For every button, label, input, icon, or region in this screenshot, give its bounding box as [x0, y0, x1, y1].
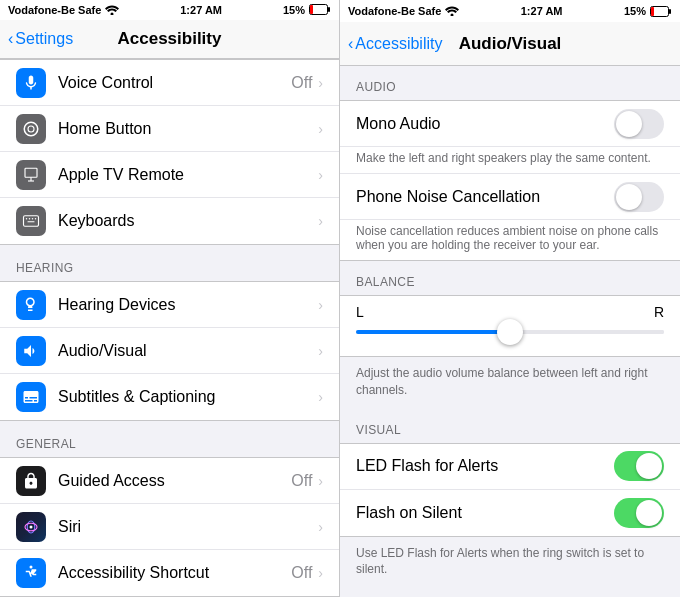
accessibility-shortcut-icon [16, 558, 46, 588]
siri-label: Siri [58, 518, 312, 536]
balance-slider-track[interactable] [356, 330, 664, 334]
siri-item[interactable]: Siri › [0, 504, 339, 550]
left-nav-bar: ‹ Settings Accessibility [0, 20, 339, 59]
svg-point-0 [111, 12, 114, 15]
right-chevron-back-icon: ‹ [348, 35, 353, 53]
lock-icon [22, 472, 40, 490]
svg-point-5 [28, 126, 34, 132]
phone-noise-cancellation-row[interactable]: Phone Noise Cancellation [340, 174, 680, 220]
svg-rect-9 [24, 216, 39, 227]
apple-tv-remote-chevron: › [318, 167, 323, 183]
balance-labels: L R [356, 304, 664, 320]
flash-on-silent-description: Use LED Flash for Alerts when the ring s… [340, 537, 680, 589]
right-status-bar: Vodafone-Be Safe 1:27 AM 15% [340, 0, 680, 22]
left-status-left: Vodafone-Be Safe [8, 4, 119, 16]
keyboards-chevron: › [318, 213, 323, 229]
audio-visual-item[interactable]: Audio/Visual › [0, 328, 339, 374]
home-button-item[interactable]: Home Button › [0, 106, 339, 152]
balance-right-label: R [654, 304, 664, 320]
flash-on-silent-row[interactable]: Flash on Silent [340, 490, 680, 536]
right-status-right: 15% [624, 5, 672, 17]
led-flash-toggle[interactable] [614, 451, 664, 481]
home-button-icon [16, 114, 46, 144]
mono-audio-toggle[interactable] [614, 109, 664, 139]
voice-control-item[interactable]: Voice Control Off › [0, 60, 339, 106]
apple-tv-remote-label: Apple TV Remote [58, 166, 312, 184]
keyboard-icon [22, 212, 40, 230]
right-panel: Vodafone-Be Safe 1:27 AM 15% ‹ Accessibi… [340, 0, 680, 597]
flash-on-silent-toggle[interactable] [614, 498, 664, 528]
right-nav-bar: ‹ Accessibility Audio/Visual [340, 22, 680, 66]
mono-audio-row[interactable]: Mono Audio [340, 101, 680, 147]
hearing-devices-icon [16, 290, 46, 320]
accessibility-shortcut-item[interactable]: Accessibility Shortcut Off › [0, 550, 339, 596]
svg-rect-22 [651, 7, 654, 16]
apple-tv-icon [16, 160, 46, 190]
visual-section-label: VISUAL [340, 409, 680, 443]
wifi-icon [105, 5, 119, 15]
balance-slider-thumb[interactable] [497, 319, 523, 345]
left-back-label: Settings [15, 30, 73, 48]
siri-chevron: › [318, 519, 323, 535]
flash-on-silent-label: Flash on Silent [356, 504, 614, 522]
hearing-devices-label: Hearing Devices [58, 296, 318, 314]
right-back-button[interactable]: ‹ Accessibility [348, 35, 442, 53]
svg-rect-6 [25, 168, 37, 177]
subtitles-captioning-chevron: › [318, 389, 323, 405]
accessibility-icon [22, 564, 40, 582]
accessibility-shortcut-value: Off [291, 564, 312, 582]
guided-access-label: Guided Access [58, 472, 291, 490]
left-time: 1:27 AM [180, 4, 222, 16]
audio-visual-chevron: › [318, 343, 323, 359]
svg-point-4 [24, 122, 38, 136]
keyboards-icon [16, 206, 46, 236]
keyboards-item[interactable]: Keyboards › [0, 198, 339, 244]
right-back-label: Accessibility [355, 35, 442, 53]
guided-access-item[interactable]: Guided Access Off › [0, 458, 339, 504]
accessibility-shortcut-label: Accessibility Shortcut [58, 564, 291, 582]
voice-control-label: Voice Control [58, 74, 291, 92]
led-flash-row[interactable]: LED Flash for Alerts [340, 444, 680, 490]
battery-icon-left [309, 4, 331, 15]
balance-section-label: BALANCE [340, 261, 680, 295]
right-carrier: Vodafone-Be Safe [348, 5, 441, 17]
right-nav-title: Audio/Visual [459, 34, 562, 54]
right-battery: 15% [624, 5, 646, 17]
general-group: Guided Access Off › Siri › Accessibility… [0, 457, 339, 597]
svg-rect-2 [328, 7, 330, 12]
apple-tv-remote-item[interactable]: Apple TV Remote › [0, 152, 339, 198]
home-icon [22, 120, 40, 138]
svg-rect-3 [310, 5, 313, 14]
caption-icon [22, 388, 40, 406]
audio-group: Mono Audio Make the left and right speak… [340, 100, 680, 261]
left-back-button[interactable]: ‹ Settings [8, 30, 73, 48]
audio-visual-icon [16, 336, 46, 366]
voice-control-icon [16, 68, 46, 98]
siri-logo-icon [22, 518, 40, 536]
subtitles-captioning-item[interactable]: Subtitles & Captioning › [0, 374, 339, 420]
balance-left-label: L [356, 304, 364, 320]
balance-fill-left [356, 330, 510, 334]
left-panel: Vodafone-Be Safe 1:27 AM 15% ‹ Settings … [0, 0, 340, 597]
mic-icon [22, 74, 40, 92]
speaker-icon [22, 342, 40, 360]
phone-noise-cancellation-label: Phone Noise Cancellation [356, 188, 614, 206]
home-button-label: Home Button [58, 120, 312, 138]
right-status-left: Vodafone-Be Safe [348, 5, 459, 17]
hearing-devices-item[interactable]: Hearing Devices › [0, 282, 339, 328]
phone-noise-cancellation-toggle[interactable] [614, 182, 664, 212]
audio-visual-label: Audio/Visual [58, 342, 318, 360]
top-items-group: Voice Control Off › Home Button › Apple … [0, 59, 339, 245]
guided-access-value: Off [291, 472, 312, 490]
audio-section-label: AUDIO [340, 66, 680, 100]
balance-container: L R [340, 296, 680, 356]
balance-group: L R [340, 295, 680, 357]
accessibility-shortcut-chevron: › [318, 565, 323, 581]
mono-audio-description: Make the left and right speakers play th… [340, 147, 680, 174]
svg-point-19 [451, 14, 454, 17]
left-carrier: Vodafone-Be Safe [8, 4, 101, 16]
right-wifi-icon [445, 6, 459, 16]
mono-audio-label: Mono Audio [356, 115, 614, 133]
tv-icon [22, 166, 40, 184]
voice-control-value: Off [291, 74, 312, 92]
